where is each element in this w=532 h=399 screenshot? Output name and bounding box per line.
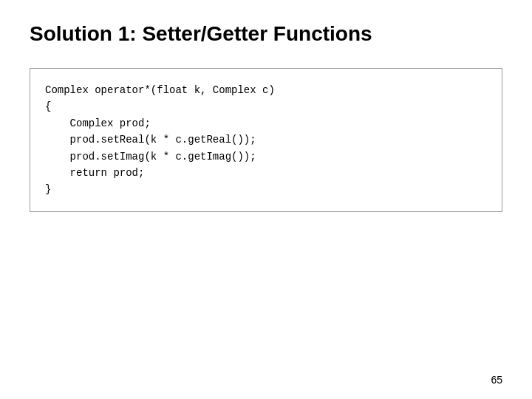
code-line-3: Complex prod;	[45, 117, 151, 129]
code-line-1: Complex operator*(float k, Complex c)	[45, 84, 275, 96]
code-block: Complex operator*(float k, Complex c) { …	[45, 82, 487, 198]
code-line-6: return prod;	[45, 167, 144, 179]
code-line-5: prod.setImag(k * c.getImag());	[45, 151, 256, 163]
code-box: Complex operator*(float k, Complex c) { …	[30, 68, 502, 212]
code-line-4: prod.setReal(k * c.getReal());	[45, 134, 256, 146]
code-line-7: }	[45, 183, 51, 195]
slide-container: Solution 1: Setter/Getter Functions Comp…	[0, 0, 532, 399]
page-number: 65	[491, 374, 502, 386]
code-line-2: {	[45, 100, 51, 112]
slide-title: Solution 1: Setter/Getter Functions	[30, 22, 502, 46]
